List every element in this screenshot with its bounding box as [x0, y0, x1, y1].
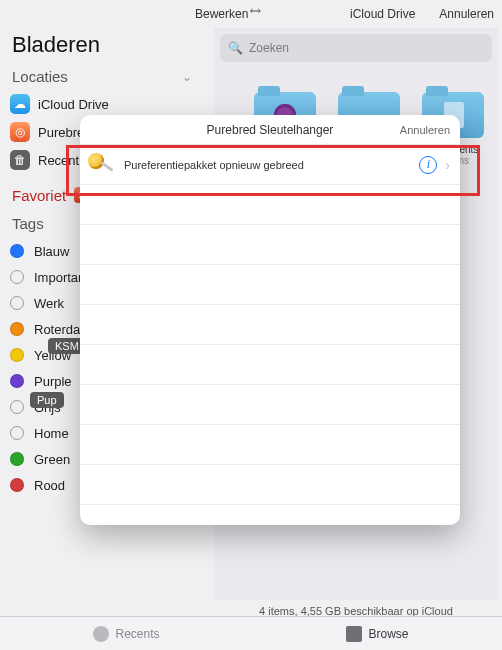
list-item	[80, 185, 460, 225]
list-item	[80, 265, 460, 305]
tag-dot-icon	[10, 270, 24, 284]
tag-label: Rood	[34, 478, 65, 493]
list-item	[80, 385, 460, 425]
tag-dot-icon	[10, 244, 24, 258]
locations-header[interactable]: Locaties ⌄	[12, 68, 206, 85]
tag-label: Blauw	[34, 244, 69, 259]
trash-icon: 🗑	[10, 150, 30, 170]
search-placeholder: Zoeken	[249, 41, 289, 55]
key-icon	[88, 151, 116, 179]
cancel-button[interactable]: Annuleren	[439, 7, 494, 21]
tag-dot-icon	[10, 426, 24, 440]
list-item	[80, 425, 460, 465]
tab-recents[interactable]: Recents	[93, 626, 159, 642]
sidebar-item-label: Recent	[38, 153, 79, 168]
tab-label: Browse	[368, 627, 408, 641]
search-icon: 🔍	[228, 41, 243, 55]
keychain-row[interactable]: Pureferentiepakket opnieuw gebreed i ›	[80, 145, 460, 185]
tag-dot-icon	[10, 452, 24, 466]
tag-dot-icon	[10, 348, 24, 362]
tags-label: Tags	[12, 215, 44, 232]
list-item	[80, 305, 460, 345]
chevron-right-icon: ›	[445, 157, 450, 173]
modal-title: Purebred Sleutelhanger	[207, 123, 334, 137]
favoriet-label: Favoriet	[12, 187, 66, 204]
tag-dot-icon	[10, 322, 24, 336]
tag-label: Home	[34, 426, 69, 441]
tag-label: Purple	[34, 374, 72, 389]
edit-button[interactable]: Bewerken	[195, 7, 248, 21]
tag-label: Green	[34, 452, 70, 467]
list-item	[80, 345, 460, 385]
modal-header: Purebred Sleutelhanger Annuleren	[80, 115, 460, 145]
pill-pup: Pup	[30, 392, 64, 408]
tag-dot-icon	[10, 296, 24, 310]
list-item	[80, 225, 460, 265]
clock-icon	[93, 626, 109, 642]
locations-label: Locaties	[12, 68, 68, 85]
keychain-row-label: Pureferentiepakket opnieuw gebreed	[124, 159, 304, 171]
keychain-modal: Purebred Sleutelhanger Annuleren Purefer…	[80, 115, 460, 525]
tag-dot-icon	[10, 478, 24, 492]
tag-label: Werk	[34, 296, 64, 311]
tab-label: Recents	[115, 627, 159, 641]
sidebar-item-label: iCloud Drive	[38, 97, 109, 112]
tab-bar: Recents Browse	[0, 616, 502, 650]
sidebar-item-icloud[interactable]: ☁ iCloud Drive	[10, 91, 206, 117]
tab-browse[interactable]: Browse	[346, 626, 408, 642]
page-title: Bladeren	[12, 32, 206, 58]
folder-icon	[346, 626, 362, 642]
list-item	[80, 465, 460, 505]
modal-cancel-button[interactable]: Annuleren	[400, 124, 450, 136]
chevron-down-icon: ⌄	[182, 70, 192, 84]
search-input[interactable]: 🔍 Zoeken	[220, 34, 492, 62]
tag-dot-icon	[10, 400, 24, 414]
location-title: iCloud Drive	[350, 7, 415, 21]
info-icon[interactable]: i	[419, 156, 437, 174]
purebred-icon: ◎	[10, 122, 30, 142]
expand-icon[interactable]: ⤢	[250, 4, 262, 19]
cloud-icon: ☁	[10, 94, 30, 114]
tag-dot-icon	[10, 374, 24, 388]
